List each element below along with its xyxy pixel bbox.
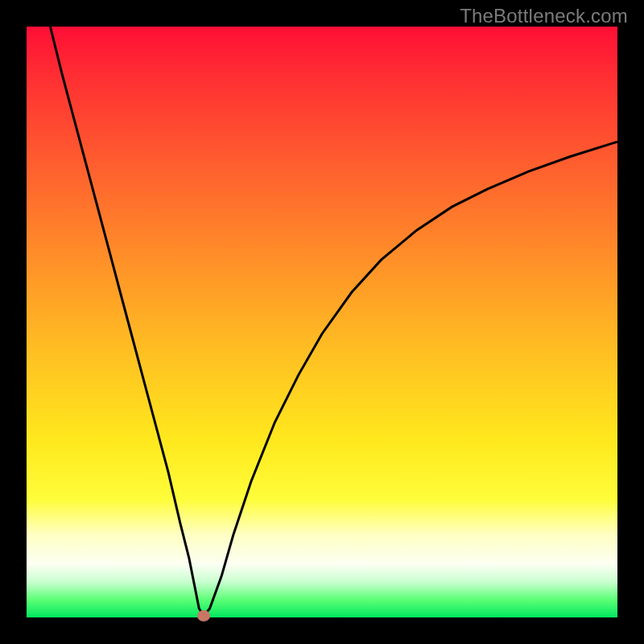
chart-stage: TheBottleneck.com xyxy=(0,0,644,644)
watermark-text: TheBottleneck.com xyxy=(460,5,628,27)
plot-area xyxy=(27,27,617,617)
bottleneck-curve xyxy=(27,27,617,617)
minimum-marker-dot xyxy=(197,610,210,621)
curve-path xyxy=(50,27,617,616)
